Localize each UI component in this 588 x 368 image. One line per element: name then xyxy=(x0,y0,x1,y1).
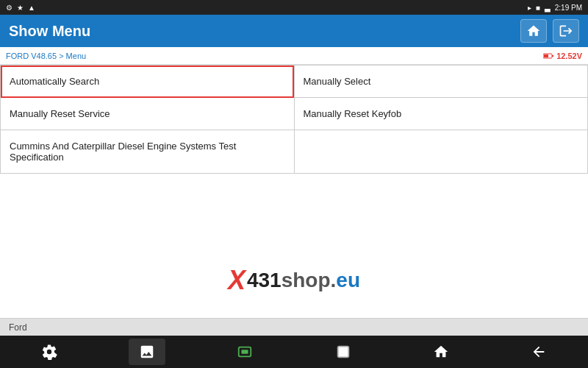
manually-reset-keyfob-cell[interactable]: Manually Reset Keyfob xyxy=(294,98,588,130)
svg-rect-5 xyxy=(337,347,348,358)
back-nav-btn[interactable] xyxy=(520,339,557,365)
auto-search-cell[interactable]: Automatically Search xyxy=(1,66,295,98)
home-nav-btn[interactable] xyxy=(423,339,459,365)
settings-nav-btn[interactable] xyxy=(31,339,68,365)
header: Show Menu xyxy=(0,15,588,47)
watermark-number: 431 xyxy=(247,269,282,292)
image-nav-btn[interactable] xyxy=(129,339,165,365)
voltage-display: 12.52V xyxy=(543,52,582,60)
breadcrumb-bar: FORD V48.65 > Menu 12.52V xyxy=(0,47,588,65)
empty-cell xyxy=(294,130,588,174)
status-bar-left: ⚙ ★ ▲ xyxy=(6,4,35,12)
time-display: 2:19 PM xyxy=(555,4,582,12)
table-row[interactable]: Automatically Search Manually Select xyxy=(1,66,588,98)
nav-bar xyxy=(0,336,588,368)
cummins-cell[interactable]: Cummins And Caterpillar Diesel Engine Sy… xyxy=(1,130,295,174)
vci-nav-btn[interactable] xyxy=(226,339,263,365)
battery-icon: ▃ xyxy=(545,4,551,12)
svg-rect-2 xyxy=(544,54,548,57)
signal-icon: ■ xyxy=(536,4,540,12)
main-content: Automatically Search Manually Select Man… xyxy=(0,65,588,318)
watermark: X 431 shop . eu xyxy=(228,265,360,296)
manually-select-cell[interactable]: Manually Select xyxy=(294,66,588,98)
svg-rect-4 xyxy=(242,350,248,354)
watermark-x: X xyxy=(228,265,245,296)
location-icon: ▸ xyxy=(528,4,531,12)
table-row[interactable]: Manually Reset Service Manually Reset Ke… xyxy=(1,98,588,130)
watermark-eu: eu xyxy=(336,269,360,292)
header-icons xyxy=(520,19,579,43)
breadcrumb: FORD V48.65 > Menu xyxy=(6,52,86,60)
status-bar: ⚙ ★ ▲ ▸ ■ ▃ 2:19 PM xyxy=(0,0,588,15)
android-icon: ⚙ xyxy=(6,4,12,12)
voltage-value: 12.52V xyxy=(556,52,582,60)
bluetooth-icon: ★ xyxy=(17,4,24,12)
status-bar-right: ▸ ■ ▃ 2:19 PM xyxy=(528,4,582,12)
header-title: Show Menu xyxy=(9,23,90,40)
manually-reset-service-cell[interactable]: Manually Reset Service xyxy=(1,98,295,130)
watermark-dot: . xyxy=(331,269,337,292)
table-row[interactable]: Cummins And Caterpillar Diesel Engine Sy… xyxy=(1,130,588,174)
watermark-shop: shop xyxy=(282,269,331,292)
exit-button[interactable] xyxy=(553,19,579,43)
home-button[interactable] xyxy=(520,19,547,43)
square-nav-btn[interactable] xyxy=(325,339,362,365)
wifi-icon: ▲ xyxy=(28,4,35,12)
bottom-status-text: Ford xyxy=(9,322,27,333)
bottom-status-bar: Ford xyxy=(0,318,588,336)
menu-table: Automatically Search Manually Select Man… xyxy=(0,65,588,174)
svg-rect-1 xyxy=(552,55,553,57)
